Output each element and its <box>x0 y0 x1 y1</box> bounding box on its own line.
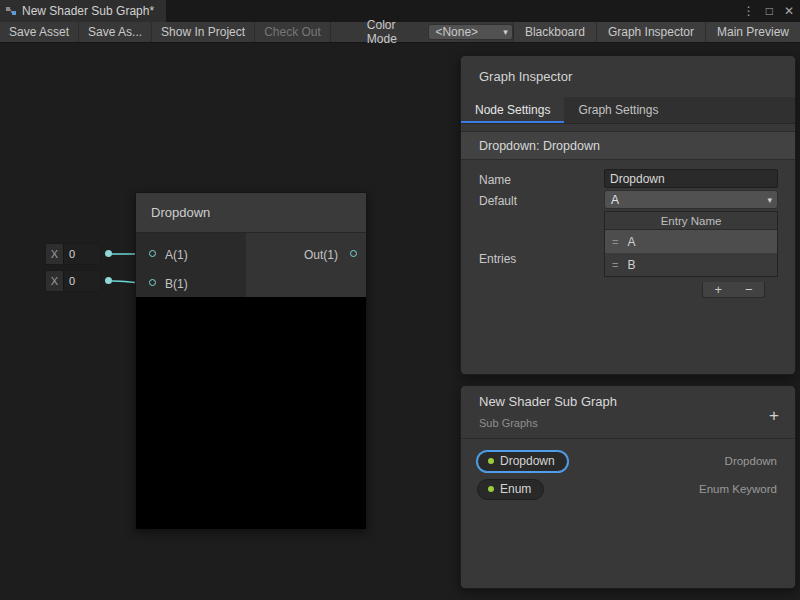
blackboard-panel: New Shader Sub Graph Sub Graphs + Dropdo… <box>460 385 796 589</box>
default-dropdown[interactable]: A ▾ <box>604 190 778 209</box>
vector-input-node[interactable]: X 0 <box>45 270 101 292</box>
input-port-b-label: B(1) <box>165 277 188 291</box>
value-output-port[interactable] <box>105 277 112 284</box>
inspector-tabs: Node Settings Graph Settings <box>461 97 795 124</box>
blackboard-toggle-button[interactable]: Blackboard <box>513 22 596 42</box>
input-port-a-label: A(1) <box>165 248 188 262</box>
blackboard-item-name: Enum <box>500 482 531 496</box>
check-out-button: Check Out <box>255 22 331 42</box>
input-port-b[interactable] <box>149 279 156 286</box>
window-tab-title: New Shader Sub Graph* <box>22 4 154 18</box>
default-field-label: Default <box>479 194 517 208</box>
entry-row[interactable]: = B <box>605 253 777 276</box>
entry-row[interactable]: = A <box>605 230 777 253</box>
entries-list: Entry Name = A = B <box>604 211 778 277</box>
chevron-down-icon: ▾ <box>767 195 772 205</box>
color-mode-dropdown[interactable]: <None> ▾ <box>428 24 513 40</box>
keyword-dot-icon <box>488 486 494 492</box>
show-in-project-button[interactable]: Show In Project <box>152 22 255 42</box>
vector-x-label: X <box>46 244 63 264</box>
menu-icon[interactable]: ⋮ <box>743 4 755 18</box>
chevron-down-icon: ▾ <box>503 27 508 37</box>
vector-x-label: X <box>46 271 63 291</box>
color-mode-label: Color Mode <box>359 22 429 42</box>
input-port-a[interactable] <box>149 250 156 257</box>
blackboard-item: Dropdown Dropdown <box>461 449 795 473</box>
node-ports: A(1) B(1) Out(1) <box>136 233 366 297</box>
blackboard-item-type: Enum Keyword <box>699 483 777 495</box>
entries-list-footer: + − <box>702 282 765 298</box>
maximize-icon[interactable]: □ <box>766 4 773 18</box>
drag-handle-icon[interactable]: = <box>612 259 618 271</box>
blackboard-subtitle: Sub Graphs <box>479 417 538 429</box>
window-tab[interactable]: New Shader Sub Graph* <box>0 0 166 22</box>
graph-inspector-toggle-button[interactable]: Graph Inspector <box>596 22 705 42</box>
save-asset-button[interactable]: Save Asset <box>0 22 79 42</box>
node-settings-section-title: Dropdown: Dropdown <box>461 131 795 160</box>
close-icon[interactable]: ✕ <box>784 4 794 18</box>
keyword-dot-icon <box>488 458 494 464</box>
output-port-label: Out(1) <box>304 248 338 262</box>
entries-field-label: Entries <box>479 252 516 266</box>
blackboard-item-dropdown[interactable]: Dropdown <box>477 451 568 472</box>
main-preview-toggle-button[interactable]: Main Preview <box>705 22 800 42</box>
entry-name: A <box>627 235 635 249</box>
vector-x-value[interactable]: 0 <box>63 271 100 291</box>
inspector-title[interactable]: Graph Inspector <box>461 56 795 97</box>
add-entry-button[interactable]: + <box>703 282 734 297</box>
vector-input-node[interactable]: X 0 <box>45 243 101 265</box>
blackboard-item: Enum Enum Keyword <box>461 477 795 501</box>
shader-graph-icon <box>5 5 17 17</box>
name-field-label: Name <box>479 173 511 187</box>
dropdown-node[interactable]: Dropdown A(1) B(1) Out(1) <box>135 192 367 530</box>
vector-x-value[interactable]: 0 <box>63 244 100 264</box>
input-ports-area <box>136 233 246 297</box>
entries-list-header: Entry Name <box>605 212 777 230</box>
blackboard-item-name: Dropdown <box>500 454 555 468</box>
entry-name: B <box>627 258 635 272</box>
blackboard-title[interactable]: New Shader Sub Graph <box>479 394 617 409</box>
add-property-button[interactable]: + <box>769 406 779 426</box>
node-title[interactable]: Dropdown <box>136 193 366 233</box>
color-mode-value: <None> <box>435 25 478 39</box>
graph-inspector-panel: Graph Inspector Node Settings Graph Sett… <box>460 55 796 375</box>
toolbar: Save Asset Save As... Show In Project Ch… <box>0 22 800 43</box>
divider <box>461 438 795 439</box>
name-input[interactable] <box>604 169 778 188</box>
drag-handle-icon[interactable]: = <box>612 236 618 248</box>
blackboard-item-type: Dropdown <box>725 455 777 467</box>
value-output-port[interactable] <box>105 250 112 257</box>
tab-node-settings[interactable]: Node Settings <box>461 97 564 123</box>
remove-entry-button[interactable]: − <box>734 282 765 297</box>
tab-graph-settings[interactable]: Graph Settings <box>564 97 672 123</box>
default-dropdown-value: A <box>611 193 619 207</box>
save-as-button[interactable]: Save As... <box>79 22 152 42</box>
node-preview <box>136 297 366 529</box>
output-port[interactable] <box>350 250 357 257</box>
blackboard-item-enum[interactable]: Enum <box>477 479 544 500</box>
